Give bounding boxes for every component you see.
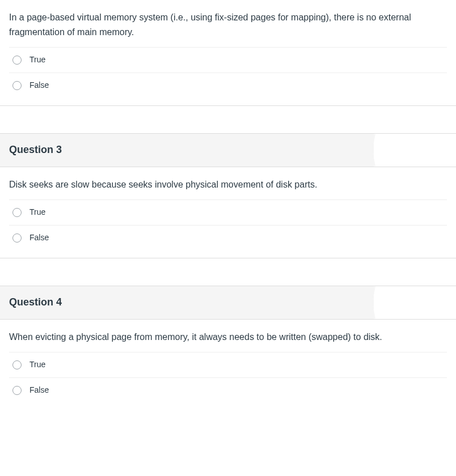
question-header: Question 4 [0, 286, 374, 318]
answer-option-true[interactable]: True [9, 352, 447, 377]
answer-option-false[interactable]: False [9, 225, 447, 250]
question-header: Question 3 [0, 134, 374, 166]
question-block-3: Disk seeks are slow because seeks involv… [0, 167, 456, 259]
answer-list: True False [0, 199, 456, 258]
question-block-4: When evicting a physical page from memor… [0, 320, 456, 411]
answer-label: True [29, 207, 45, 218]
answer-list: True False [0, 352, 456, 410]
question-header-wrap-4: Question 4 [0, 286, 456, 319]
answer-label: True [29, 54, 45, 66]
radio-true[interactable] [12, 56, 22, 65]
answer-label: True [29, 359, 45, 371]
answer-option-false[interactable]: False [9, 377, 447, 403]
question-header-wrap-3: Question 3 [0, 133, 456, 167]
question-text: When evicting a physical page from memor… [0, 320, 456, 352]
radio-false[interactable] [12, 233, 22, 243]
answer-option-true[interactable]: True [9, 199, 447, 225]
answer-list: True False [0, 47, 456, 105]
question-text: Disk seeks are slow because seeks involv… [0, 167, 456, 200]
question-block-2: In a page-based virtual memory system (i… [0, 0, 456, 106]
radio-false[interactable] [12, 81, 22, 90]
radio-false[interactable] [12, 386, 22, 395]
radio-true[interactable] [12, 208, 22, 217]
answer-label: False [29, 80, 49, 91]
answer-label: False [29, 232, 49, 244]
radio-true[interactable] [12, 360, 22, 369]
answer-option-true[interactable]: True [9, 47, 447, 73]
question-text: In a page-based virtual memory system (i… [0, 0, 456, 47]
answer-label: False [29, 385, 49, 396]
answer-option-false[interactable]: False [9, 73, 447, 98]
